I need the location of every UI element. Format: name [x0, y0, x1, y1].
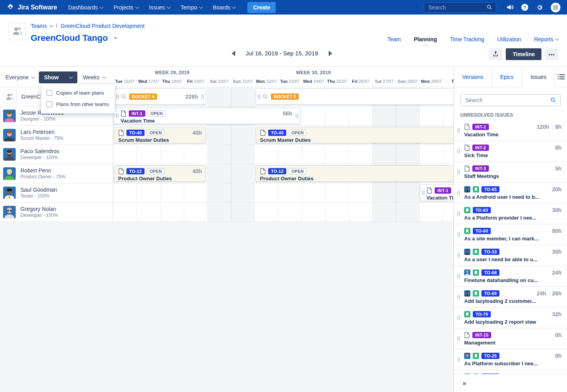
- breadcrumb-project[interactable]: GreenCloud Product Development: [60, 23, 144, 29]
- issue-list-item[interactable]: TO-6824hFinetune datahandling on cu...: [454, 266, 567, 287]
- issue-list-item[interactable]: INT-1120h8hVacation Time: [454, 120, 567, 141]
- issue-hours: 120h8h: [537, 124, 562, 130]
- global-search-input[interactable]: [428, 4, 487, 11]
- show-menu-item[interactable]: Copies of team plans: [41, 87, 115, 99]
- nav-menu-projects[interactable]: Projects: [113, 4, 139, 11]
- drag-handle[interactable]: [116, 94, 119, 99]
- export-button[interactable]: [489, 48, 502, 60]
- drag-handle[interactable]: [457, 274, 460, 278]
- drag-handle[interactable]: [457, 315, 460, 320]
- help-icon[interactable]: ?: [521, 4, 529, 11]
- team-member-row[interactable]: Lars PetersenScrum Master - 75%: [0, 126, 113, 145]
- team-member-row[interactable]: Gregory NolanDeveloper - 100%: [0, 203, 113, 222]
- drag-handle[interactable]: [457, 149, 460, 154]
- tab-reports[interactable]: Reports: [534, 36, 558, 42]
- weeks-dropdown[interactable]: Weeks: [83, 72, 106, 82]
- issue-hours: 0h: [555, 332, 562, 338]
- breadcrumb-teams[interactable]: Teams: [31, 23, 47, 29]
- issue-bar[interactable]: TO-40OPENScrum Master Duties: [256, 127, 454, 143]
- bar-badges-line: TO-40OPEN40h: [118, 129, 202, 136]
- drag-handle[interactable]: [457, 211, 460, 216]
- issue-search[interactable]: [460, 94, 561, 106]
- drag-handle[interactable]: [457, 232, 460, 237]
- issue-list-item[interactable]: TO-8330hAs a Platform provider I nee...: [454, 203, 567, 224]
- plan-badge: ROCKET 5: [271, 93, 299, 100]
- timeline-button[interactable]: Timeline: [506, 48, 541, 60]
- prev-period-icon[interactable]: [232, 51, 235, 56]
- tab-team[interactable]: Team: [388, 36, 401, 42]
- user-avatar[interactable]: [551, 2, 561, 13]
- sidebar-tab-versions[interactable]: Versions: [454, 67, 492, 87]
- issue-list-item[interactable]: TO-6080hAs a site member, I can mark...: [454, 224, 567, 245]
- collapse-sidebar-button[interactable]: »: [463, 379, 466, 387]
- issue-search-input[interactable]: [465, 97, 547, 104]
- issue-bar[interactable]: TO-12OPENProduct Owner Duties: [256, 165, 454, 182]
- team-avatar[interactable]: [9, 23, 26, 40]
- drag-handle[interactable]: [457, 357, 460, 362]
- everyone-dropdown[interactable]: Everyone: [5, 72, 35, 82]
- member-avatar: [3, 148, 16, 161]
- issue-bar[interactable]: INT-1OPENVacation Time: [420, 185, 454, 201]
- issue-list-item[interactable]: TO-7032hAdd lazyloading 2 report view: [454, 308, 567, 328]
- drag-handle[interactable]: [457, 336, 460, 341]
- drag-handle[interactable]: [457, 253, 460, 258]
- nav-menu-issues[interactable]: Issues: [149, 4, 170, 11]
- issue-list-item[interactable]: TO-250hAs Platform subscriber I nee...: [454, 349, 567, 370]
- show-dropdown-button[interactable]: Show: [39, 71, 77, 83]
- list-view-button[interactable]: [555, 67, 567, 87]
- timeline-header: WEEK 29, 2019WEEK 30, 2019Tue 16/07Wed 1…: [113, 67, 454, 87]
- nav-menu-tempo[interactable]: Tempo: [181, 4, 202, 11]
- team-member-row[interactable]: Robert PennProduct Owner - 75%: [0, 164, 113, 183]
- issue-list-item[interactable]: TO-6924h26hAdd lazyloading 2 customer...: [454, 287, 567, 308]
- drag-handle[interactable]: [457, 295, 460, 299]
- issue-bar[interactable]: TO-12OPEN40hProduct Owner Duties: [114, 165, 206, 182]
- issue-bar[interactable]: TO-40OPEN40hScrum Master Duties: [114, 127, 206, 143]
- drag-handle[interactable]: [116, 114, 119, 118]
- issue-bar[interactable]: INT-1OPEN56hVacation Time: [114, 108, 300, 124]
- sidebar-tab-issues[interactable]: Issues: [522, 67, 555, 87]
- tab-time-tracking[interactable]: Time Tracking: [450, 36, 484, 42]
- tab-utilization[interactable]: Utilization: [497, 36, 521, 42]
- issue-list-item[interactable]: TO-9864h: [454, 370, 567, 374]
- drag-handle[interactable]: [201, 94, 204, 99]
- team-member-row[interactable]: Paco SalendrosDeveloper - 100%: [0, 145, 113, 164]
- issue-list-item[interactable]: TO-6520hAs a Android user I need to b...: [454, 183, 567, 203]
- nav-menu-boards[interactable]: Boards: [213, 4, 235, 11]
- story-icon: [464, 228, 470, 234]
- drag-handle[interactable]: [296, 114, 298, 118]
- tab-planning[interactable]: Planning: [414, 36, 437, 42]
- top-nav: Jira Software DashboardsProjectsIssuesTe…: [0, 0, 567, 15]
- issue-badges-line: TO-7032h: [464, 311, 562, 317]
- sidebar-tab-epics[interactable]: Epics: [492, 67, 522, 87]
- issue-list-item[interactable]: INT-35hStaff Meetings: [454, 162, 567, 183]
- issue-list-item[interactable]: INT-28hSick Time: [454, 141, 567, 162]
- show-menu-item[interactable]: Plans from other teams: [41, 99, 115, 110]
- checkbox[interactable]: [46, 101, 52, 107]
- drag-handle[interactable]: [258, 94, 260, 99]
- drag-handle[interactable]: [457, 128, 460, 133]
- next-period-icon[interactable]: [329, 51, 332, 56]
- issue-list-item[interactable]: INT-150hManagement: [454, 328, 567, 349]
- nav-menu-dashboards[interactable]: Dashboards: [68, 4, 103, 11]
- member-name: Lars Petersen: [20, 129, 63, 136]
- drag-handle[interactable]: [457, 191, 460, 195]
- checkbox[interactable]: [46, 90, 52, 96]
- title-caret-icon[interactable]: [114, 37, 117, 39]
- jira-logo[interactable]: Jira Software: [6, 3, 57, 11]
- drag-handle[interactable]: [422, 191, 424, 195]
- issue-list-item[interactable]: TO-3330hAs a user I need be able to u...: [454, 245, 567, 266]
- plan-item-bar[interactable]: ROCKET 5: [256, 88, 454, 105]
- chevron-down-icon: [135, 5, 139, 9]
- chevron-down-icon: [167, 5, 171, 9]
- announcements-icon[interactable]: [506, 4, 514, 11]
- chevron-down-icon: [555, 37, 559, 41]
- more-options-button[interactable]: •••: [545, 48, 558, 60]
- global-search[interactable]: [424, 2, 496, 13]
- create-button[interactable]: Create: [247, 2, 276, 13]
- issue-title: Sick Time: [464, 152, 562, 158]
- chevron-down-icon: [31, 75, 35, 79]
- settings-gear-icon[interactable]: [536, 4, 543, 11]
- plan-item-bar[interactable]: ROCKET 4226h: [114, 88, 206, 105]
- team-member-row[interactable]: Saul GoodmanTester - 100%: [0, 183, 113, 203]
- drag-handle[interactable]: [457, 170, 460, 174]
